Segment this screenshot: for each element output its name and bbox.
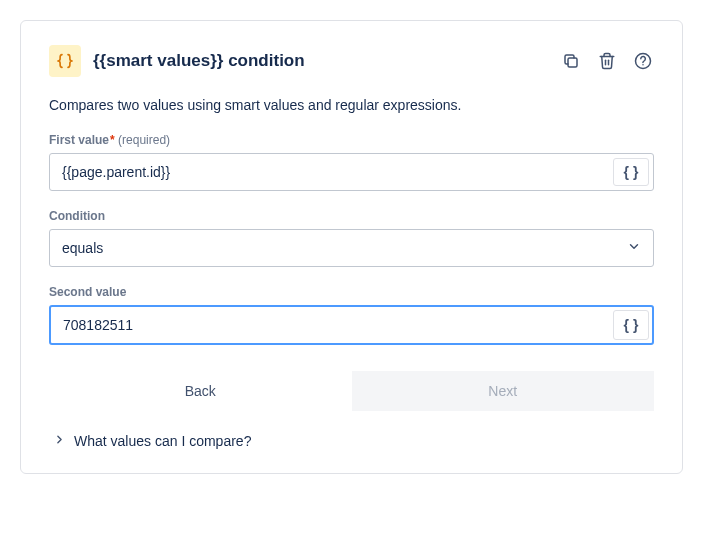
help-expander-label: What values can I compare? (74, 433, 251, 449)
first-value-label: First value* (required) (49, 133, 654, 147)
back-button[interactable]: Back (49, 371, 352, 411)
chevron-right-icon (53, 433, 66, 449)
second-value-label: Second value (49, 285, 654, 299)
header-actions (560, 50, 654, 72)
second-value-input[interactable] (51, 307, 610, 343)
insert-smart-value-button-2[interactable]: { } (613, 310, 649, 340)
first-value-label-text: First value (49, 133, 109, 147)
delete-button[interactable] (596, 50, 618, 72)
first-value-field: First value* (required) { } (49, 133, 654, 191)
help-button[interactable] (632, 50, 654, 72)
help-expander[interactable]: What values can I compare? (49, 433, 654, 449)
second-value-field: Second value { } (49, 285, 654, 345)
insert-smart-value-button[interactable]: { } (613, 158, 649, 186)
copy-icon (562, 52, 580, 70)
condition-field: Condition equals (49, 209, 654, 267)
required-text: (required) (118, 133, 170, 147)
svg-rect-0 (568, 58, 577, 67)
duplicate-button[interactable] (560, 50, 582, 72)
first-value-input[interactable] (50, 154, 609, 190)
smart-values-icon (49, 45, 81, 77)
card-header: {{smart values}} condition (49, 45, 654, 77)
first-value-input-wrapper: { } (49, 153, 654, 191)
condition-label: Condition (49, 209, 654, 223)
card-title: {{smart values}} condition (93, 51, 560, 71)
condition-select[interactable]: equals (49, 229, 654, 267)
braces-icon: { } (624, 317, 639, 333)
help-icon (634, 52, 652, 70)
trash-icon (598, 52, 616, 70)
required-star: * (110, 133, 115, 147)
braces-icon: { } (624, 164, 639, 180)
condition-card: {{smart values}} condition (20, 20, 683, 474)
card-description: Compares two values using smart values a… (49, 97, 654, 113)
condition-selected-value: equals (50, 230, 653, 266)
button-row: Back Next (49, 371, 654, 411)
second-value-input-wrapper: { } (49, 305, 654, 345)
next-button[interactable]: Next (352, 371, 655, 411)
chevron-down-icon (627, 240, 641, 257)
